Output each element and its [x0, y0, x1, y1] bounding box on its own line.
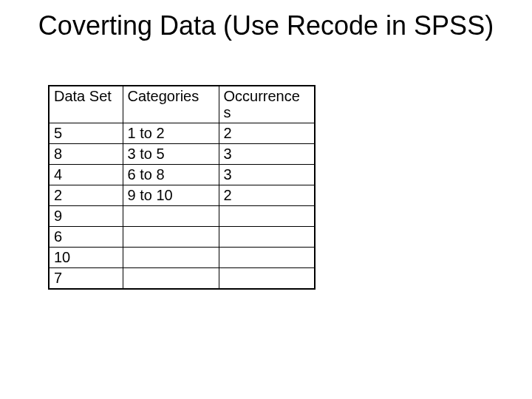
header-data-set: Data Set: [49, 86, 123, 123]
table-row: 7: [49, 267, 315, 289]
table-row: 5 1 to 2 2: [49, 123, 315, 143]
cell-data-set: 10: [49, 247, 123, 267]
header-categories: Categories: [123, 86, 219, 123]
table-row: 4 6 to 8 3: [49, 164, 315, 185]
header-occ-line2: s: [224, 104, 231, 120]
table-row: 9: [49, 205, 315, 226]
cell-occur: 2: [219, 123, 315, 143]
table-row: 8 3 to 5 3: [49, 143, 315, 164]
cell-category: [123, 267, 219, 289]
cell-occur: [219, 267, 315, 289]
cell-category: [123, 226, 219, 247]
cell-data-set: 7: [49, 267, 123, 289]
table-row: 6: [49, 226, 315, 247]
cell-category: 3 to 5: [123, 143, 219, 164]
slide: Coverting Data (Use Recode in SPSS) Data…: [0, 0, 532, 399]
cell-occur: [219, 226, 315, 247]
data-table-wrap: Data Set Categories Occurrence s 5 1 to …: [48, 85, 502, 290]
table-header-row: Data Set Categories Occurrence s: [49, 86, 315, 123]
table-row: 10: [49, 247, 315, 267]
slide-title: Coverting Data (Use Recode in SPSS): [30, 10, 502, 41]
data-table: Data Set Categories Occurrence s 5 1 to …: [48, 85, 316, 290]
cell-category: 1 to 2: [123, 123, 219, 143]
cell-category: [123, 247, 219, 267]
cell-occur: 3: [219, 164, 315, 185]
header-occ-line1: Occurrence: [224, 88, 300, 104]
cell-occur: 3: [219, 143, 315, 164]
cell-category: 9 to 10: [123, 185, 219, 205]
cell-occur: 2: [219, 185, 315, 205]
cell-data-set: 5: [49, 123, 123, 143]
cell-occur: [219, 247, 315, 267]
cell-data-set: 8: [49, 143, 123, 164]
cell-data-set: 2: [49, 185, 123, 205]
cell-data-set: 9: [49, 205, 123, 226]
cell-data-set: 4: [49, 164, 123, 185]
header-occurrences: Occurrence s: [219, 86, 315, 123]
cell-data-set: 6: [49, 226, 123, 247]
cell-occur: [219, 205, 315, 226]
cell-category: 6 to 8: [123, 164, 219, 185]
cell-category: [123, 205, 219, 226]
table-row: 2 9 to 10 2: [49, 185, 315, 205]
